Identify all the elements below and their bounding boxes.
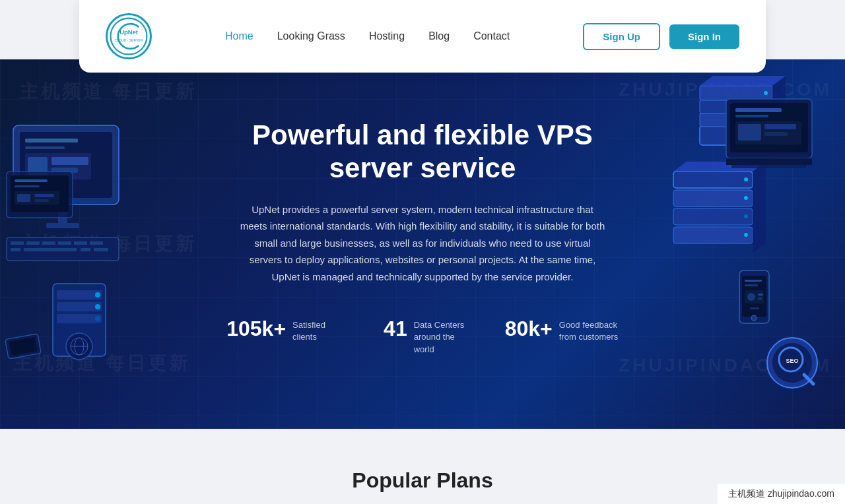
svg-rect-70 [738,124,761,141]
svg-rect-14 [11,241,24,245]
bottom-watermark-text: 主机频道 zhujipindao.com [728,488,834,500]
stat-satisfied-clients: 105k+ Satisfied clients [226,317,352,343]
hero-section: 主机频道 每日更新 ZHUJIPINDAO.COM 主机频道 每日更新 ZHUJ… [0,59,845,429]
svg-rect-19 [90,241,103,245]
stat-number-feedback: 80k+ [505,317,553,341]
svg-point-89 [751,315,757,321]
stat-number-centers: 41 [384,317,407,341]
svg-rect-82 [745,280,762,282]
svg-rect-48 [700,86,772,100]
svg-rect-33 [57,290,102,299]
svg-rect-17 [58,241,71,245]
nav-blog[interactable]: Blog [428,30,450,42]
nav-buttons: Sign Up Sign In [583,23,739,50]
hero-left-illustration [0,86,224,402]
svg-text:SEO: SEO [786,358,798,364]
plans-title: Popular Plans [13,468,832,493]
svg-rect-12 [46,223,79,228]
stat-label-feedback: Good feedback from customers [559,319,619,343]
svg-rect-71 [764,124,796,129]
navbar: UpNet CLOUD · SERVER Home Looking Grass … [79,0,766,73]
svg-rect-29 [17,194,30,202]
svg-rect-87 [758,298,762,299]
svg-rect-22 [81,248,90,251]
nav-contact[interactable]: Contact [473,30,510,42]
signup-button[interactable]: Sign Up [583,23,660,50]
svg-rect-26 [15,179,48,182]
svg-rect-86 [758,294,763,296]
hero-stats: 105k+ Satisfied clients 41 Data Centers … [226,317,619,356]
svg-marker-54 [700,76,786,86]
signin-button[interactable]: Sign In [669,24,739,49]
svg-rect-72 [764,132,788,136]
svg-rect-88 [750,307,759,309]
svg-rect-18 [74,241,87,245]
svg-text:CLOUD · SERVER: CLOUD · SERVER [114,38,143,42]
svg-rect-74 [731,165,807,168]
svg-point-60 [744,196,748,200]
svg-rect-20 [11,248,20,251]
svg-rect-5 [25,139,78,142]
nav-links: Home Looking Grass Hosting Blog Contact [225,30,510,42]
svg-rect-67 [735,108,782,112]
svg-rect-30 [34,194,54,197]
svg-point-49 [764,91,768,95]
svg-rect-83 [745,284,758,286]
stat-label-clients: Satisfied clients [292,319,352,343]
svg-rect-15 [26,241,40,245]
svg-point-85 [747,293,755,301]
nav-hosting[interactable]: Hosting [369,30,405,42]
svg-rect-35 [57,314,102,323]
svg-rect-68 [735,115,768,117]
svg-point-36 [95,292,100,298]
hero-right-illustration: SEO [621,73,845,402]
svg-rect-27 [15,185,40,187]
hero-content: Powerful and flexible VPS server service… [238,119,607,317]
svg-marker-63 [753,162,766,253]
svg-rect-6 [25,146,65,149]
svg-rect-73 [726,158,812,165]
svg-point-59 [744,177,748,181]
svg-point-37 [95,304,100,309]
svg-text:UpNet: UpNet [119,28,139,36]
nav-looking-grass[interactable]: Looking Grass [277,30,345,42]
svg-rect-58 [673,227,753,243]
svg-rect-57 [673,208,753,225]
svg-rect-56 [673,190,753,206]
svg-rect-21 [24,248,77,251]
svg-point-61 [744,214,748,218]
svg-rect-55 [673,172,753,188]
stat-feedback: 80k+ Good feedback from customers [505,317,619,343]
svg-point-62 [744,233,748,237]
svg-rect-23 [94,248,108,251]
logo: UpNet CLOUD · SERVER [106,13,152,59]
svg-rect-9 [51,157,88,165]
stat-data-centers: 41 Data Centers around the world [384,317,473,356]
hero-title: Powerful and flexible VPS server service [238,119,607,185]
logo-circle: UpNet CLOUD · SERVER [106,13,152,59]
svg-rect-16 [42,241,55,245]
nav-home[interactable]: Home [225,30,254,42]
stat-label-centers: Data Centers around the world [414,319,473,356]
svg-rect-31 [34,199,49,202]
hero-description: UpNet provides a powerful server system,… [238,201,607,286]
svg-point-38 [95,316,100,321]
stat-number-clients: 105k+ [226,317,286,341]
svg-rect-34 [57,302,102,311]
bottom-watermark-bar: 主机频道 zhujipindao.com [718,484,845,504]
